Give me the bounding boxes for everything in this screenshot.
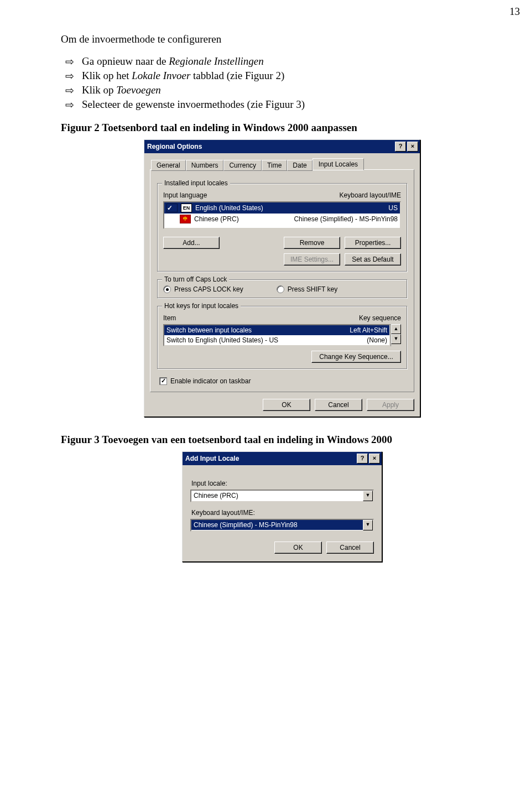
tab-input-locales[interactable]: Input Locales bbox=[313, 158, 364, 170]
checkbox-label: Enable indicator on taskbar bbox=[170, 377, 251, 385]
window-title: Regional Options bbox=[147, 143, 202, 150]
locales-listbox[interactable]: ✓ EN English (United States) US 中 Chines… bbox=[163, 201, 401, 229]
col-keyboard-layout: Keyboard layout/IME bbox=[340, 191, 401, 199]
cancel-button[interactable]: Cancel bbox=[326, 542, 374, 554]
hot-item: Switch to English (United States) - US bbox=[166, 336, 278, 344]
chevron-down-icon[interactable]: ▼ bbox=[363, 520, 373, 530]
close-button[interactable]: × bbox=[407, 142, 418, 152]
tab-currency[interactable]: Currency bbox=[223, 160, 262, 171]
hot-seq: (None) bbox=[367, 336, 387, 344]
titlebar[interactable]: Add Input Locale ? × bbox=[183, 452, 382, 465]
input-locale-label: Input locale: bbox=[191, 480, 374, 487]
list-item: Klik op Toevoegen bbox=[61, 84, 503, 96]
hotkey-listbox[interactable]: Switch between input locales Left Alt+Sh… bbox=[163, 324, 391, 346]
list-item[interactable]: Switch to English (United States) - US (… bbox=[164, 335, 389, 345]
text-italic: Toevoegen bbox=[116, 84, 161, 96]
enable-indicator-checkbox[interactable]: Enable indicator on taskbar bbox=[159, 377, 251, 385]
kb-name: US bbox=[388, 204, 398, 212]
figure2-caption: Figuur 2 Toetsenbord taal en indeling in… bbox=[61, 122, 503, 134]
scrollbar[interactable]: ▲ ▼ bbox=[391, 324, 401, 346]
radio-capslock[interactable]: Press CAPS LOCK key bbox=[163, 285, 243, 293]
tab-panel: Installed input locales Input language K… bbox=[150, 169, 414, 392]
text: tabblad (zie Figuur 2) bbox=[190, 70, 284, 81]
text: Selecteer de gewenste invoermethodes (zi… bbox=[82, 98, 305, 110]
text-italic: Lokale Invoer bbox=[132, 70, 190, 81]
page-number: 13 bbox=[509, 6, 520, 18]
lang-badge: EN bbox=[181, 204, 192, 212]
regional-options-dialog: Regional Options ? × General Numbers Cur… bbox=[144, 139, 420, 417]
text-italic: Regionale Instellingen bbox=[169, 55, 263, 67]
col-item: Item bbox=[163, 314, 176, 322]
add-input-locale-dialog: Add Input Locale ? × Input locale: Chine… bbox=[182, 451, 382, 562]
lang-badge: 中 bbox=[180, 215, 191, 223]
figure3-caption: Figuur 3 Toevoegen van een toetsenbord t… bbox=[61, 434, 503, 446]
titlebar[interactable]: Regional Options ? × bbox=[144, 140, 420, 153]
change-key-sequence-button[interactable]: Change Key Sequence... bbox=[311, 351, 401, 363]
hotkeys-group: Hot keys for input locales Item Key sequ… bbox=[157, 306, 407, 369]
ok-button[interactable]: OK bbox=[263, 399, 310, 411]
help-button[interactable]: ? bbox=[357, 454, 368, 464]
group-legend: Installed input locales bbox=[162, 179, 230, 187]
scroll-down-icon[interactable]: ▼ bbox=[391, 334, 401, 344]
list-item[interactable]: 中 Chinese (PRC) Chinese (Simplified) - M… bbox=[164, 214, 400, 225]
group-legend: To turn off Caps Lock bbox=[162, 275, 229, 283]
properties-button[interactable]: Properties... bbox=[345, 237, 401, 249]
keyboard-layout-label: Keyboard layout/IME: bbox=[191, 509, 374, 517]
instruction-list: Ga opnieuw naar de Regionale Instellinge… bbox=[61, 55, 503, 111]
installed-locales-group: Installed input locales Input language K… bbox=[157, 183, 407, 272]
apply-button[interactable]: Apply bbox=[367, 399, 414, 411]
list-item: Selecteer de gewenste invoermethodes (zi… bbox=[61, 98, 503, 111]
text: Klik op bbox=[82, 84, 116, 96]
group-legend: Hot keys for input locales bbox=[162, 302, 241, 310]
section-title: Om de invoermethode te configureren bbox=[61, 33, 503, 45]
tab-date[interactable]: Date bbox=[287, 160, 312, 171]
col-input-language: Input language bbox=[163, 191, 207, 199]
remove-button[interactable]: Remove bbox=[284, 237, 340, 249]
cancel-button[interactable]: Cancel bbox=[315, 399, 362, 411]
radio-icon bbox=[277, 285, 284, 293]
tab-general[interactable]: General bbox=[151, 160, 186, 171]
hot-item: Switch between input locales bbox=[166, 326, 252, 334]
add-button[interactable]: Add... bbox=[163, 237, 220, 249]
capslock-group: To turn off Caps Lock Press CAPS LOCK ke… bbox=[157, 279, 407, 298]
kb-name: Chinese (Simplified) - MS-PinYin98 bbox=[294, 215, 398, 223]
radio-shift[interactable]: Press SHIFT key bbox=[277, 285, 337, 293]
list-item[interactable]: Switch between input locales Left Alt+Sh… bbox=[164, 325, 389, 335]
radio-icon bbox=[163, 285, 171, 293]
chevron-down-icon[interactable]: ▼ bbox=[363, 491, 373, 501]
scroll-up-icon[interactable]: ▲ bbox=[391, 324, 401, 334]
input-locale-combo[interactable]: Chinese (PRC) ▼ bbox=[190, 490, 374, 502]
list-item: Klik op het Lokale Invoer tabblad (zie F… bbox=[61, 70, 503, 82]
tab-numbers[interactable]: Numbers bbox=[186, 160, 224, 171]
tab-strip: General Numbers Currency Time Date Input… bbox=[150, 158, 414, 170]
checkbox-icon bbox=[159, 377, 167, 385]
col-key-sequence: Key sequence bbox=[359, 314, 401, 322]
default-check-icon: ✓ bbox=[166, 204, 178, 212]
text: Ga opnieuw naar de bbox=[82, 55, 169, 67]
lang-name: Chinese (PRC) bbox=[194, 215, 290, 223]
window-title: Add Input Locale bbox=[185, 455, 239, 462]
close-button[interactable]: × bbox=[369, 454, 380, 464]
lang-name: English (United States) bbox=[195, 204, 385, 212]
tab-time[interactable]: Time bbox=[262, 160, 287, 171]
combo-value: Chinese (PRC) bbox=[191, 491, 363, 501]
list-item: Ga opnieuw naar de Regionale Instellinge… bbox=[61, 55, 503, 67]
combo-value: Chinese (Simplified) - MS-PinYin98 bbox=[191, 520, 363, 530]
hot-seq: Left Alt+Shift bbox=[350, 326, 387, 334]
radio-label: Press CAPS LOCK key bbox=[174, 285, 243, 293]
set-default-button[interactable]: Set as Default bbox=[345, 253, 401, 266]
list-item[interactable]: ✓ EN English (United States) US bbox=[164, 202, 400, 214]
keyboard-layout-combo[interactable]: Chinese (Simplified) - MS-PinYin98 ▼ bbox=[190, 519, 374, 532]
radio-label: Press SHIFT key bbox=[288, 285, 337, 293]
ok-button[interactable]: OK bbox=[274, 542, 322, 554]
help-button[interactable]: ? bbox=[395, 142, 406, 152]
text: Klik op het bbox=[82, 70, 132, 81]
ime-settings-button[interactable]: IME Settings... bbox=[284, 253, 340, 266]
spacer bbox=[166, 215, 176, 223]
